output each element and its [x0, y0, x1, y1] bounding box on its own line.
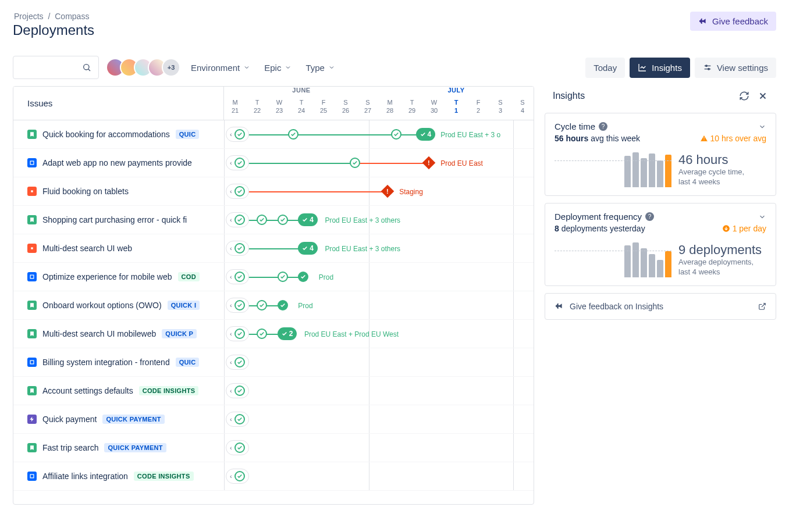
deployment-node[interactable]	[288, 129, 298, 140]
issue-row[interactable]: Multi-dest search UI web‹ 4Prod EU East …	[13, 234, 534, 263]
deployment-start-pill[interactable]: ‹	[226, 127, 249, 142]
issue-row[interactable]: Optimize experience for mobile webCOD‹Pr…	[13, 263, 534, 291]
deployment-start-pill[interactable]: ‹	[226, 355, 249, 370]
deployment-node[interactable]	[257, 215, 267, 225]
deployment-node[interactable]	[257, 300, 267, 310]
cycle-time-card[interactable]: Cycle time ? 56 hours avg this week 10 h…	[545, 113, 776, 196]
deployment-start-pill[interactable]: ‹	[226, 155, 249, 170]
deployment-error-icon[interactable]: !	[422, 156, 435, 170]
month-label: JULY	[379, 87, 534, 97]
search-input[interactable]	[13, 56, 99, 79]
chevron-down-icon[interactable]	[758, 213, 766, 221]
deployment-node[interactable]	[350, 158, 360, 168]
deployment-count[interactable]: 2	[278, 327, 297, 340]
issue-row[interactable]: Affiliate links integrationCODE INSIGHTS…	[13, 462, 534, 491]
deployment-node[interactable]	[278, 300, 288, 310]
issue-title: Optimize experience for mobile web	[42, 272, 172, 281]
day-header: S3	[489, 97, 511, 120]
epic-badge[interactable]: QUICK PAYMENT	[102, 415, 164, 424]
deployment-count[interactable]: 4	[416, 128, 436, 141]
issue-row[interactable]: Quick paymentQUICK PAYMENT‹	[13, 405, 534, 434]
environment-filter[interactable]: Environment	[187, 58, 254, 77]
help-icon[interactable]: ?	[599, 122, 607, 131]
deployment-start-pill[interactable]: ‹	[226, 326, 249, 341]
deployment-start-pill[interactable]: ‹	[226, 383, 249, 398]
deployment-start-pill[interactable]: ‹	[226, 469, 249, 484]
day-header: F2	[467, 97, 489, 120]
today-button[interactable]: Today	[585, 58, 625, 78]
issue-row[interactable]: Onboard workout options (OWO)QUICK I‹Pro…	[13, 291, 534, 320]
deployment-start-pill[interactable]: ‹	[226, 412, 249, 427]
type-filter[interactable]: Type	[302, 58, 339, 77]
epic-badge[interactable]: COD	[178, 272, 200, 281]
issue-title: Affiliate links integration	[42, 472, 128, 481]
chevron-down-icon	[328, 64, 335, 71]
assignee-filter[interactable]: +3	[106, 58, 180, 77]
epic-badge[interactable]: QUIC	[176, 130, 200, 139]
deployment-start-pill[interactable]: ‹	[226, 184, 249, 199]
refresh-icon[interactable]	[739, 91, 749, 101]
deployment-node[interactable]	[278, 215, 288, 225]
epic-badge[interactable]: QUICK P	[162, 329, 197, 338]
issue-title: Multi-dest search UI mobileweb	[42, 329, 156, 338]
view-settings-button[interactable]: View settings	[695, 58, 776, 78]
issue-row[interactable]: Shopping cart purchasing error - quick f…	[13, 206, 534, 234]
issue-row[interactable]: Billing system integration - frontendQUI…	[13, 348, 534, 377]
insights-feedback-link[interactable]: Give feedback on Insights	[545, 293, 776, 320]
issue-row[interactable]: Fast trip searchQUICK PAYMENT‹	[13, 434, 534, 462]
close-icon[interactable]	[758, 91, 768, 101]
issue-type-icon	[27, 472, 37, 481]
deployment-start-pill[interactable]: ‹	[226, 241, 249, 256]
svg-rect-6	[31, 190, 33, 192]
epic-badge[interactable]: QUICK PAYMENT	[104, 443, 166, 452]
svg-rect-10	[30, 474, 34, 478]
give-feedback-button[interactable]: Give feedback	[690, 12, 776, 31]
issue-title: Multi-dest search UI web	[42, 244, 132, 253]
issue-row[interactable]: Fluid booking on tablets‹!Staging	[13, 177, 534, 206]
issue-row[interactable]: Adapt web app no new payments provide‹!P…	[13, 149, 534, 177]
epic-badge[interactable]: CODE INSIGHTS	[134, 472, 194, 481]
deployment-count[interactable]: 4	[298, 242, 318, 255]
issue-title: Shopping cart purchasing error - quick f…	[42, 215, 187, 224]
issue-row[interactable]: Account settings defaultsCODE INSIGHTS‹	[13, 377, 534, 405]
svg-point-4	[708, 68, 710, 70]
deployment-count[interactable]: 4	[298, 213, 318, 226]
svg-point-0	[84, 65, 89, 70]
deployment-start-pill[interactable]: ‹	[226, 298, 249, 313]
insights-panel: Insights Cycle time ? 56 hours avg this …	[545, 86, 776, 505]
issue-row[interactable]: Multi-dest search UI mobilewebQUICK P‹ 2…	[13, 320, 534, 348]
deployment-env-label: Prod EU East	[440, 159, 483, 167]
issue-title: Adapt web app no new payments provide	[42, 158, 192, 167]
insights-button[interactable]: Insights	[630, 58, 690, 78]
breadcrumb[interactable]: Projects / Compass	[13, 12, 94, 21]
deployment-start-pill[interactable]: ‹	[226, 269, 249, 284]
breadcrumb-root[interactable]: Projects	[14, 12, 44, 21]
cycle-time-chart	[555, 148, 671, 187]
avatar-more[interactable]: +3	[162, 58, 180, 77]
deployment-start-pill[interactable]: ‹	[226, 440, 249, 455]
deployment-frequency-card[interactable]: Deployment frequency ? 8 deployments yes…	[545, 203, 776, 286]
deployment-node[interactable]	[391, 129, 401, 140]
deployment-node[interactable]	[257, 329, 267, 339]
chevron-down-icon[interactable]	[758, 123, 766, 131]
day-header: M28	[379, 97, 401, 120]
frequency-warning: 1 per day	[722, 224, 766, 233]
epic-badge[interactable]: CODE INSIGHTS	[139, 386, 199, 395]
epic-filter[interactable]: Epic	[261, 58, 295, 77]
breadcrumb-project[interactable]: Compass	[55, 12, 89, 21]
svg-rect-8	[30, 275, 34, 279]
external-link-icon	[758, 302, 766, 310]
frequency-chart	[555, 238, 671, 277]
svg-rect-9	[30, 360, 34, 364]
issue-row[interactable]: Quick booking for accommodationsQUIC‹ 4P…	[13, 120, 534, 149]
epic-badge[interactable]: QUICK I	[168, 301, 200, 310]
issue-title: Fluid booking on tablets	[42, 187, 129, 196]
svg-point-3	[706, 65, 708, 67]
help-icon[interactable]: ?	[645, 212, 654, 221]
deployment-node[interactable]	[298, 272, 308, 282]
deployment-start-pill[interactable]: ‹	[226, 212, 249, 227]
epic-badge[interactable]: QUIC	[176, 358, 200, 367]
deployment-node[interactable]	[278, 272, 288, 282]
megaphone-icon	[555, 302, 564, 311]
deployment-error-icon[interactable]: !	[381, 185, 394, 198]
